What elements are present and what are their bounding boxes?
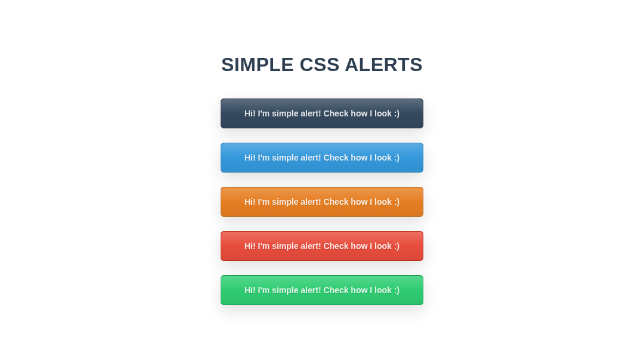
alert-dark: Hi! I'm simple alert! Check how I look :… bbox=[221, 99, 423, 128]
alert-orange: Hi! I'm simple alert! Check how I look :… bbox=[221, 187, 423, 217]
page-title: SIMPLE CSS ALERTS bbox=[221, 54, 423, 76]
alert-list: Hi! I'm simple alert! Check how I look :… bbox=[221, 99, 423, 305]
page-container: SIMPLE CSS ALERTS Hi! I'm simple alert! … bbox=[0, 0, 644, 305]
alert-blue: Hi! I'm simple alert! Check how I look :… bbox=[221, 143, 423, 173]
alert-red: Hi! I'm simple alert! Check how I look :… bbox=[221, 231, 423, 261]
alert-green: Hi! I'm simple alert! Check how I look :… bbox=[221, 275, 423, 305]
